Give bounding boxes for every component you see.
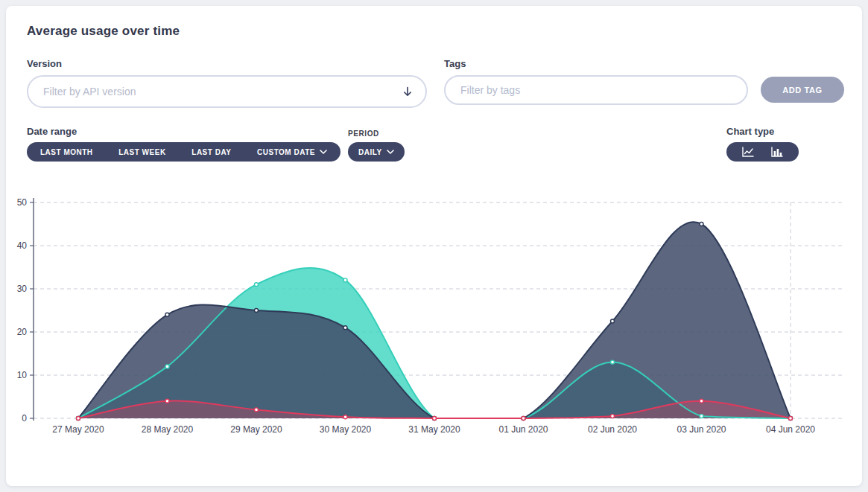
period-label: PERIOD [348,130,379,138]
usage-card: Average usage over time Version Tags ADD… [6,6,862,486]
period-selected-value: DAILY [358,148,382,156]
tags-label: Tags [444,58,466,69]
bar-chart-icon [771,147,783,157]
chevron-down-icon [320,150,327,154]
bar-chart-button[interactable] [771,142,783,162]
chart-area: 0102030405027 May 202028 May 202029 May … [12,194,850,447]
svg-text:0: 0 [22,413,27,424]
version-filter [27,75,427,108]
svg-text:01 Jun 2020: 01 Jun 2020 [498,424,548,435]
svg-text:31 May 2020: 31 May 2020 [408,424,460,435]
version-filter-input[interactable] [27,75,427,108]
version-label: Version [27,58,62,69]
add-tag-button[interactable]: ADD TAG [761,77,844,103]
date-option-last-day[interactable]: LAST DAY [191,148,231,156]
svg-text:30: 30 [17,284,28,294]
chart-type-label: Chart type [726,126,774,137]
usage-chart-canvas[interactable]: 0102030405027 May 202028 May 202029 May … [12,194,850,447]
svg-text:29 May 2020: 29 May 2020 [230,424,282,435]
date-range-label: Date range [27,126,77,137]
line-chart-icon [742,147,754,157]
period-select[interactable]: DAILY [348,142,405,162]
svg-text:04 Jun 2020: 04 Jun 2020 [766,424,815,435]
page-title: Average usage over time [27,24,180,39]
svg-text:40: 40 [17,240,28,251]
date-range-selector: LAST MONTH LAST WEEK LAST DAY CUSTOM DAT… [27,142,340,162]
line-chart-button[interactable] [742,142,754,162]
svg-text:30 May 2020: 30 May 2020 [320,424,372,435]
date-option-custom-date[interactable]: CUSTOM DATE [257,148,327,156]
date-option-last-month[interactable]: LAST MONTH [40,148,93,156]
svg-text:27 May 2020: 27 May 2020 [52,424,104,435]
chevron-down-icon [387,150,394,154]
svg-text:10: 10 [17,370,28,380]
svg-text:02 Jun 2020: 02 Jun 2020 [588,424,637,435]
svg-text:03 Jun 2020: 03 Jun 2020 [677,424,726,435]
date-option-last-week[interactable]: LAST WEEK [118,148,165,156]
chart-type-toggle [726,142,799,162]
svg-text:20: 20 [17,327,28,337]
tags-filter-input[interactable] [444,75,748,105]
svg-text:28 May 2020: 28 May 2020 [142,424,194,435]
arrow-down-icon[interactable] [402,86,414,98]
svg-text:50: 50 [17,197,28,208]
